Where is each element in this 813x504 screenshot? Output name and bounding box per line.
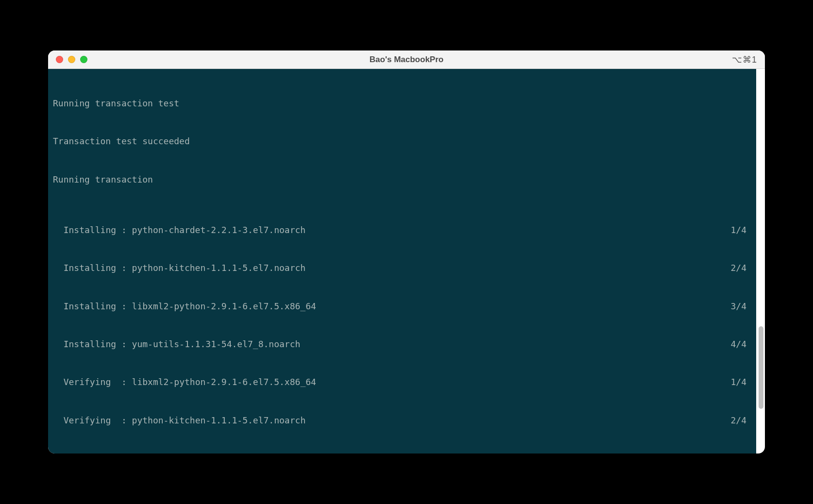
action: Verifying	[64, 453, 111, 454]
transaction-row: Installing : python-chardet-2.2.1-3.el7.…	[53, 224, 751, 236]
action: Verifying	[64, 415, 111, 425]
transaction-row: Installing : yum-utils-1.1.31-54.el7_8.n…	[53, 338, 751, 351]
transaction-row: Installing : libxml2-python-2.9.1-6.el7.…	[53, 300, 751, 313]
action: Installing	[64, 225, 116, 235]
window-title: Bao's MacbookPro	[370, 55, 443, 65]
transaction-row: Installing : python-kitchen-1.1.1-5.el7.…	[53, 262, 751, 274]
transaction-row: Verifying : python-kitchen-1.1.1-5.el7.n…	[53, 414, 751, 427]
shortcut-indicator: ⌥⌘1	[732, 54, 757, 65]
progress: 1/4	[730, 376, 751, 388]
package: python-chardet-2.2.1-3.el7.noarch	[132, 225, 306, 235]
action: Installing	[64, 263, 116, 273]
action: Installing	[64, 339, 116, 349]
progress: 4/4	[730, 338, 751, 351]
transaction-row: Verifying : libxml2-python-2.9.1-6.el7.5…	[53, 376, 751, 388]
progress: 2/4	[730, 414, 751, 427]
progress: 3/4	[730, 452, 751, 454]
titlebar: Bao's MacbookPro ⌥⌘1	[48, 50, 765, 69]
package: libxml2-python-2.9.1-6.el7.5.x86_64	[132, 301, 316, 311]
terminal-wrapper: Running transaction test Transaction tes…	[48, 69, 765, 454]
terminal-window: Bao's MacbookPro ⌥⌘1 Running transaction…	[48, 50, 765, 454]
scrollbar-thumb[interactable]	[759, 326, 763, 409]
package: yum-utils-1.1.31-54.el7_8.noarch	[132, 339, 301, 349]
package: libxml2-python-2.9.1-6.el7.5.x86_64	[132, 377, 316, 387]
action: Installing	[64, 301, 116, 311]
transaction-row: Verifying : yum-utils-1.1.31-54.el7_8.no…	[53, 452, 751, 454]
output-line: Running transaction	[53, 173, 751, 186]
action: Verifying	[64, 377, 111, 387]
progress: 1/4	[730, 224, 751, 236]
scrollbar-track[interactable]	[756, 69, 765, 454]
package: python-kitchen-1.1.1-5.el7.noarch	[132, 415, 306, 425]
output-line: Running transaction test	[53, 97, 751, 110]
package: python-kitchen-1.1.1-5.el7.noarch	[132, 263, 306, 273]
package: yum-utils-1.1.31-54.el7_8.noarch	[132, 453, 301, 454]
output-line: Transaction test succeeded	[53, 135, 751, 148]
traffic-lights	[48, 56, 87, 63]
maximize-button[interactable]	[80, 56, 87, 63]
close-button[interactable]	[56, 56, 63, 63]
minimize-button[interactable]	[68, 56, 75, 63]
progress: 3/4	[730, 300, 751, 313]
progress: 2/4	[730, 262, 751, 274]
terminal-output[interactable]: Running transaction test Transaction tes…	[48, 69, 756, 454]
